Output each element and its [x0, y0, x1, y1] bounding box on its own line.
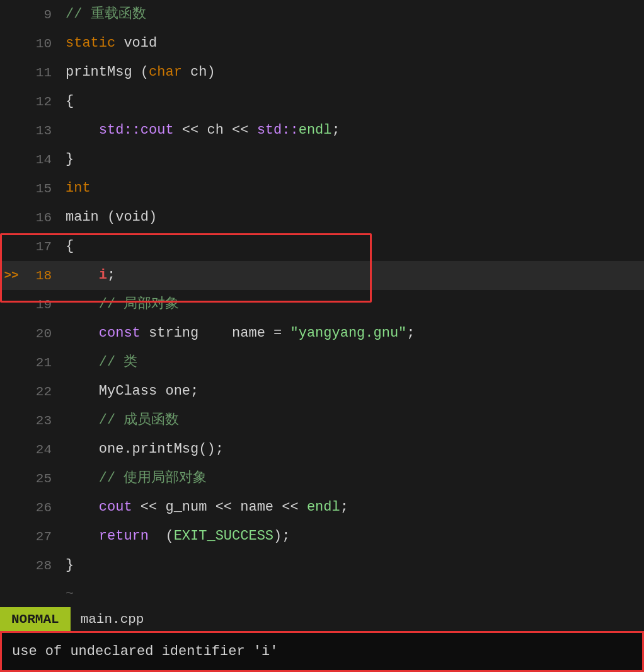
- content-25: // 使用局部对象: [60, 464, 644, 493]
- line-13: 13 std::cout << ch << std::endl;: [0, 116, 644, 145]
- mode-indicator: NORMAL: [0, 607, 71, 631]
- gutter-23: 23: [23, 414, 60, 428]
- gutter-12: 12: [23, 95, 60, 109]
- line-26: 26 cout << g_num << name << endl;: [0, 493, 644, 522]
- content-23: // 成员函数: [60, 406, 644, 435]
- content-20: const string name = "yangyang.gnu";: [60, 319, 644, 348]
- gutter-10: 10: [23, 37, 60, 51]
- line-11: 11 printMsg (char ch): [0, 58, 644, 87]
- content-28: }: [60, 551, 644, 580]
- line-18: >> 18 i;: [0, 261, 644, 290]
- gutter-17: 17: [23, 240, 60, 254]
- content-10: static void: [60, 29, 644, 58]
- content-9: // 重载函数: [60, 0, 644, 29]
- status-bar: NORMAL main.cpp: [0, 607, 644, 631]
- line-22: 22 MyClass one;: [0, 377, 644, 406]
- gutter-13: 13: [23, 124, 60, 138]
- code-area: 9 // 重载函数 10 static void 11 printMsg (ch…: [0, 0, 644, 638]
- filename-label: main.cpp: [71, 612, 154, 627]
- gutter-28: 28: [23, 559, 60, 573]
- line-15: 15 int: [0, 174, 644, 203]
- line-9: 9 // 重载函数: [0, 0, 644, 29]
- gutter-20: 20: [23, 327, 60, 341]
- content-14: }: [60, 145, 644, 174]
- gutter-27: 27: [23, 530, 60, 544]
- line-10: 10 static void: [0, 29, 644, 58]
- content-19: // 局部对象: [60, 290, 644, 319]
- line-27: 27 return (EXIT_SUCCESS);: [0, 522, 644, 551]
- content-tilde-1: ~: [60, 580, 644, 609]
- gutter-18: 18: [23, 269, 60, 283]
- line-14: 14 }: [0, 145, 644, 174]
- gutter-26: 26: [23, 501, 60, 515]
- content-27: return (EXIT_SUCCESS);: [60, 522, 644, 551]
- content-12: {: [60, 87, 644, 116]
- content-24: one.printMsg();: [60, 435, 644, 464]
- gutter-11: 11: [23, 66, 60, 80]
- line-tilde-1: ~: [0, 580, 644, 609]
- content-11: printMsg (char ch): [60, 58, 644, 87]
- line-28: 28 }: [0, 551, 644, 580]
- line-19: 19 // 局部对象: [0, 290, 644, 319]
- arrow-18: >>: [0, 269, 23, 282]
- editor-container: 9 // 重载函数 10 static void 11 printMsg (ch…: [0, 0, 644, 672]
- content-22: MyClass one;: [60, 377, 644, 406]
- gutter-14: 14: [23, 153, 60, 167]
- gutter-19: 19: [23, 298, 60, 312]
- content-17: {: [60, 232, 644, 261]
- content-18: i;: [60, 261, 644, 290]
- line-24: 24 one.printMsg();: [0, 435, 644, 464]
- content-21: // 类: [60, 348, 644, 377]
- gutter-25: 25: [23, 472, 60, 486]
- line-12: 12 {: [0, 87, 644, 116]
- line-23: 23 // 成员函数: [0, 406, 644, 435]
- gutter-21: 21: [23, 356, 60, 370]
- gutter-22: 22: [23, 385, 60, 399]
- error-message: use of undeclared identifier 'i': [12, 644, 278, 659]
- content-16: main (void): [60, 203, 644, 232]
- gutter-9: 9: [23, 8, 60, 22]
- content-26: cout << g_num << name << endl;: [60, 493, 644, 522]
- line-25: 25 // 使用局部对象: [0, 464, 644, 493]
- gutter-16: 16: [23, 211, 60, 225]
- content-13: std::cout << ch << std::endl;: [60, 116, 644, 145]
- line-17: 17 {: [0, 232, 644, 261]
- gutter-15: 15: [23, 182, 60, 196]
- line-20: 20 const string name = "yangyang.gnu";: [0, 319, 644, 348]
- gutter-24: 24: [23, 443, 60, 457]
- content-15: int: [60, 174, 644, 203]
- line-21: 21 // 类: [0, 348, 644, 377]
- line-16: 16 main (void): [0, 203, 644, 232]
- error-bar: use of undeclared identifier 'i': [0, 631, 644, 672]
